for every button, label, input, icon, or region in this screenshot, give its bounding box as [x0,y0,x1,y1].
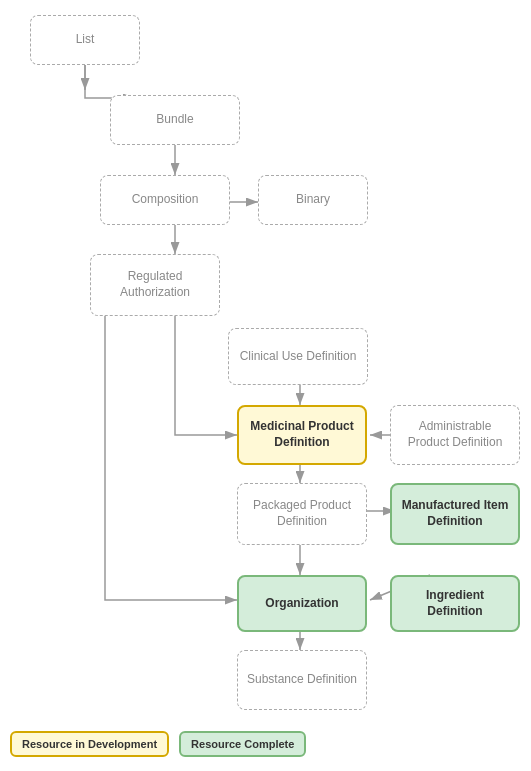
composition-node: Composition [100,175,230,225]
diagram-container: List Bundle Composition Binary Regulated… [0,0,531,771]
medicinal-product-node: Medicinal Product Definition [237,405,367,465]
manufactured-item-node: Manufactured Item Definition [390,483,520,545]
legend-development: Resource in Development [10,731,169,757]
packaged-product-node: Packaged Product Definition [237,483,367,545]
organization-node: Organization [237,575,367,632]
legend: Resource in Development Resource Complet… [10,731,306,757]
regulated-auth-node: Regulated Authorization [90,254,220,316]
bundle-node: Bundle [110,95,240,145]
list-node: List [30,15,140,65]
administrable-product-node: Administrable Product Definition [390,405,520,465]
ingredient-definition-node: Ingredient Definition [390,575,520,632]
substance-definition-node: Substance Definition [237,650,367,710]
legend-complete: Resource Complete [179,731,306,757]
binary-node: Binary [258,175,368,225]
clinical-use-node: Clinical Use Definition [228,328,368,385]
